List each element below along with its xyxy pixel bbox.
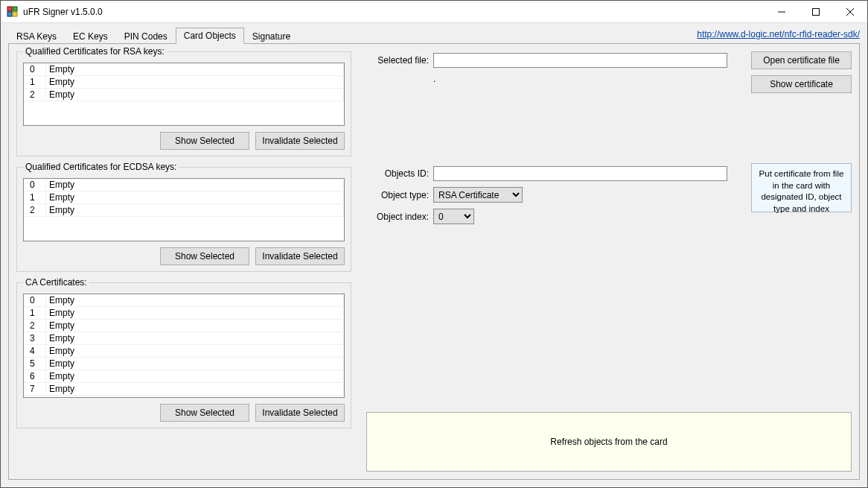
list-item[interactable]: 2Empty [24, 204, 344, 217]
object-type-label: Object type: [366, 190, 433, 200]
show-selected-rsa-button[interactable]: Show Selected [160, 132, 249, 150]
list-item[interactable]: 0Empty [24, 294, 344, 307]
refresh-objects-button[interactable]: Refresh objects from the card [366, 412, 852, 472]
svg-rect-3 [13, 12, 17, 16]
close-button[interactable] [833, 1, 867, 23]
group-rsa-certs: Qualified Certificates for RSA keys: 0Em… [16, 51, 351, 156]
group-ca-certs-title: CA Certificates: [23, 277, 89, 288]
svg-rect-5 [813, 8, 820, 15]
list-item[interactable]: 6Empty [24, 370, 344, 383]
list-item[interactable]: 4Empty [24, 345, 344, 358]
list-item[interactable]: 0Empty [24, 179, 344, 191]
tab-content: Qualified Certificates for RSA keys: 0Em… [8, 44, 860, 480]
maximize-button[interactable] [799, 1, 833, 23]
list-item[interactable]: 2Empty [24, 89, 344, 101]
selected-file-label: Selected file: [366, 55, 433, 66]
invalidate-selected-ca-button[interactable]: Invalidate Selected [255, 404, 345, 422]
list-item[interactable]: 2Empty [24, 320, 344, 332]
list-item[interactable]: 3Empty [24, 332, 344, 345]
svg-rect-0 [7, 7, 12, 11]
list-rsa-certs[interactable]: 0Empty 1Empty 2Empty [23, 63, 345, 126]
invalidate-selected-ecdsa-button[interactable]: Invalidate Selected [255, 247, 345, 265]
tab-signature[interactable]: Signature [244, 28, 299, 44]
list-ca-certs[interactable]: 0Empty 1Empty 2Empty 3Empty 4Empty 5Empt… [23, 294, 345, 398]
object-type-select[interactable]: RSA Certificate [433, 187, 523, 203]
window-title: uFR Signer v1.5.0.0 [23, 7, 765, 17]
list-item[interactable]: 1Empty [24, 76, 344, 89]
show-selected-ecdsa-button[interactable]: Show Selected [160, 247, 249, 265]
open-certificate-file-button[interactable]: Open certificate file [751, 51, 852, 69]
objects-id-label: Objects ID: [366, 168, 433, 179]
app-icon [7, 6, 19, 18]
group-rsa-certs-title: Qualified Certificates for RSA keys: [23, 46, 167, 57]
list-item[interactable]: 5Empty [24, 358, 344, 370]
group-ecdsa-certs: Qualified Certificates for ECDSA keys: 0… [16, 167, 351, 272]
tab-pin-codes[interactable]: PIN Codes [116, 28, 176, 44]
tab-rsa-keys[interactable]: RSA Keys [8, 28, 65, 44]
right-column: Selected file: . Open certificate file S… [366, 51, 852, 472]
list-item[interactable]: 1Empty [24, 307, 344, 320]
show-selected-ca-button[interactable]: Show Selected [160, 404, 249, 422]
objects-id-input[interactable] [433, 166, 727, 181]
show-certificate-button[interactable]: Show certificate [751, 75, 852, 93]
list-item[interactable] [24, 396, 344, 398]
object-index-label: Object index: [366, 212, 433, 222]
list-item[interactable]: 0Empty [24, 63, 344, 76]
minimize-button[interactable] [765, 1, 799, 23]
client-area: http://www.d-logic.net/nfc-rfid-reader-s… [1, 23, 867, 487]
left-column: Qualified Certificates for RSA keys: 0Em… [16, 51, 351, 472]
group-ca-certs: CA Certificates: 0Empty 1Empty 2Empty 3E… [16, 282, 351, 428]
app-window: uFR Signer v1.5.0.0 http://www.d-logic.n… [0, 0, 868, 488]
put-certificate-infobox[interactable]: Put certificate from file in the card wi… [751, 163, 852, 212]
list-item[interactable]: 7Empty [24, 383, 344, 396]
group-ecdsa-certs-title: Qualified Certificates for ECDSA keys: [23, 162, 179, 172]
selected-file-input[interactable] [433, 53, 727, 68]
titlebar: uFR Signer v1.5.0.0 [1, 1, 867, 23]
svg-rect-1 [13, 7, 17, 11]
tab-strip: RSA Keys EC Keys PIN Codes Card Objects … [8, 28, 860, 44]
tab-ec-keys[interactable]: EC Keys [65, 28, 116, 44]
tab-card-objects[interactable]: Card Objects [176, 28, 244, 44]
list-ecdsa-certs[interactable]: 0Empty 1Empty 2Empty [23, 178, 345, 241]
object-index-select[interactable]: 0 [433, 209, 474, 224]
list-item[interactable]: 1Empty [24, 191, 344, 204]
svg-rect-2 [7, 12, 12, 16]
invalidate-selected-rsa-button[interactable]: Invalidate Selected [255, 132, 345, 150]
window-controls [765, 1, 867, 23]
